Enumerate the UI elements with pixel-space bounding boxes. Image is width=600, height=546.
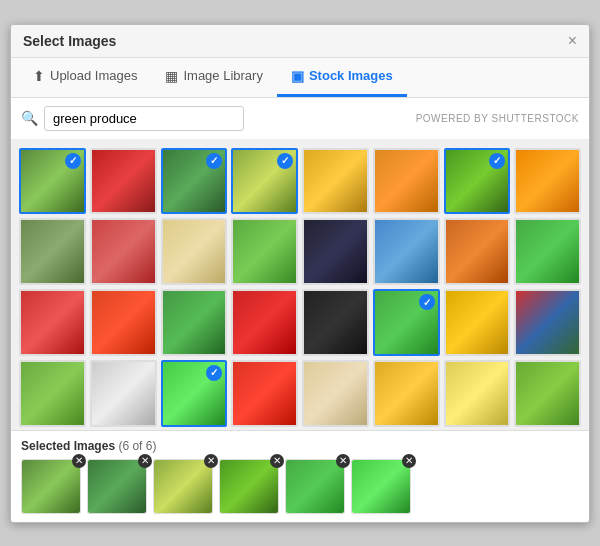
tab-stock[interactable]: ▣ Stock Images xyxy=(277,58,407,97)
image-cell[interactable] xyxy=(514,148,581,215)
image-cell[interactable] xyxy=(90,360,157,427)
image-cell[interactable] xyxy=(514,289,581,356)
stock-icon: ▣ xyxy=(291,68,304,84)
image-cell[interactable] xyxy=(444,360,511,427)
image-cell[interactable] xyxy=(90,218,157,285)
image-cell[interactable] xyxy=(19,360,86,427)
powered-by-label: POWERED BY SHUTTERSTOCK xyxy=(416,113,579,124)
image-cell[interactable] xyxy=(161,289,228,356)
image-cell[interactable] xyxy=(19,289,86,356)
search-icon: 🔍 xyxy=(21,110,38,126)
remove-thumb-button[interactable]: ✕ xyxy=(204,454,218,468)
image-cell[interactable] xyxy=(231,360,298,427)
selected-thumb: ✕ xyxy=(87,459,147,514)
image-cell[interactable] xyxy=(373,148,440,215)
image-cell[interactable] xyxy=(90,289,157,356)
remove-thumb-button[interactable]: ✕ xyxy=(72,454,86,468)
image-cell[interactable] xyxy=(302,148,369,215)
image-cell[interactable] xyxy=(231,218,298,285)
check-icon: ✓ xyxy=(489,153,505,169)
selected-thumb: ✕ xyxy=(21,459,81,514)
selected-thumb: ✕ xyxy=(219,459,279,514)
tab-upload[interactable]: ⬆ Upload Images xyxy=(19,58,151,97)
check-icon: ✓ xyxy=(206,153,222,169)
image-cell[interactable] xyxy=(444,289,511,356)
image-cell[interactable] xyxy=(373,218,440,285)
image-cell[interactable] xyxy=(514,360,581,427)
close-button[interactable]: × xyxy=(568,33,577,49)
image-cell[interactable] xyxy=(373,360,440,427)
image-cell[interactable]: ✓ xyxy=(373,289,440,356)
check-icon: ✓ xyxy=(65,153,81,169)
image-cell[interactable]: ✓ xyxy=(19,148,86,215)
tab-upload-label: Upload Images xyxy=(50,68,137,83)
selected-label: Selected Images (6 of 6) xyxy=(21,439,579,453)
library-icon: ▦ xyxy=(165,68,178,84)
image-cell[interactable] xyxy=(302,360,369,427)
search-bar: 🔍 POWERED BY SHUTTERSTOCK xyxy=(11,98,589,140)
image-grid: ✓✓✓✓✓✓ xyxy=(19,148,581,430)
image-cell[interactable] xyxy=(444,218,511,285)
check-icon: ✓ xyxy=(206,365,222,381)
search-left: 🔍 xyxy=(21,106,244,131)
tab-bar: ⬆ Upload Images ▦ Image Library ▣ Stock … xyxy=(11,58,589,98)
upload-icon: ⬆ xyxy=(33,68,45,84)
image-cell[interactable] xyxy=(161,218,228,285)
remove-thumb-button[interactable]: ✕ xyxy=(402,454,416,468)
remove-thumb-button[interactable]: ✕ xyxy=(270,454,284,468)
remove-thumb-button[interactable]: ✕ xyxy=(336,454,350,468)
image-cell[interactable] xyxy=(19,218,86,285)
image-cell[interactable]: ✓ xyxy=(444,148,511,215)
tab-library-label: Image Library xyxy=(183,68,262,83)
image-grid-container: ✓✓✓✓✓✓ xyxy=(11,140,589,430)
image-cell[interactable] xyxy=(231,289,298,356)
image-cell[interactable] xyxy=(302,289,369,356)
tab-stock-label: Stock Images xyxy=(309,68,393,83)
check-icon: ✓ xyxy=(277,153,293,169)
selected-panel: Selected Images (6 of 6) ✕✕✕✕✕✕ xyxy=(11,430,589,522)
dialog-header: Select Images × xyxy=(11,25,589,58)
selected-thumbs: ✕✕✕✕✕✕ xyxy=(21,459,579,514)
selected-thumb: ✕ xyxy=(285,459,345,514)
image-cell[interactable] xyxy=(90,148,157,215)
image-cell[interactable]: ✓ xyxy=(161,360,228,427)
select-images-dialog: Select Images × ⬆ Upload Images ▦ Image … xyxy=(10,24,590,523)
image-cell[interactable] xyxy=(514,218,581,285)
selected-thumb: ✕ xyxy=(351,459,411,514)
dialog-title: Select Images xyxy=(23,33,116,49)
image-cell[interactable]: ✓ xyxy=(161,148,228,215)
image-cell[interactable]: ✓ xyxy=(231,148,298,215)
image-cell[interactable] xyxy=(302,218,369,285)
tab-library[interactable]: ▦ Image Library xyxy=(151,58,276,97)
search-input[interactable] xyxy=(44,106,244,131)
selected-count: (6 of 6) xyxy=(118,439,156,453)
selected-thumb: ✕ xyxy=(153,459,213,514)
remove-thumb-button[interactable]: ✕ xyxy=(138,454,152,468)
check-icon: ✓ xyxy=(419,294,435,310)
